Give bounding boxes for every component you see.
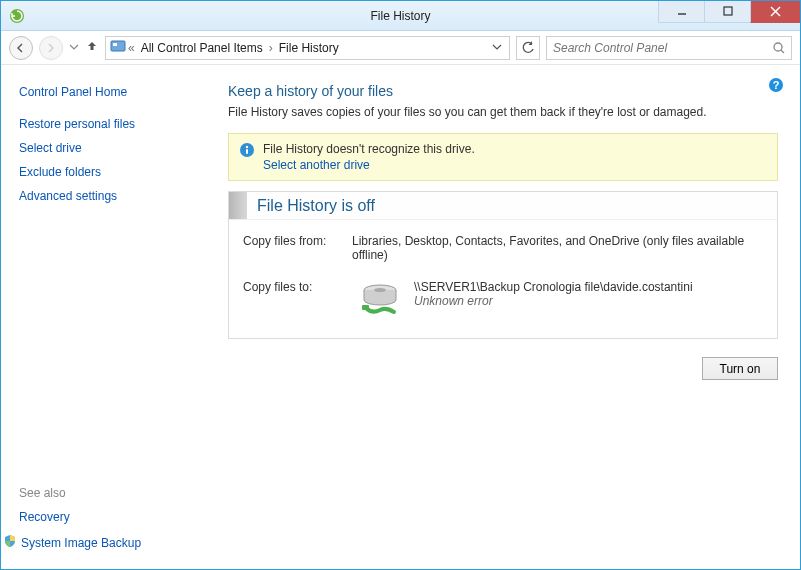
status-panel: File History is off Copy files from: Lib… (228, 191, 778, 339)
svg-point-15 (374, 288, 386, 292)
status-title: File History is off (247, 197, 375, 215)
copy-from-value: Libraries, Desktop, Contacts, Favorites,… (352, 234, 765, 262)
sidebar-system-image-backup[interactable]: System Image Backup (21, 536, 141, 550)
sidebar-advanced-settings[interactable]: Advanced settings (19, 189, 206, 203)
search-icon[interactable] (767, 41, 791, 55)
sidebar-restore-personal-files[interactable]: Restore personal files (19, 117, 206, 131)
close-button[interactable] (750, 1, 800, 23)
recent-locations-button[interactable] (69, 42, 79, 54)
title-bar: File History (1, 1, 800, 31)
minimize-button[interactable] (658, 1, 704, 23)
select-another-drive-link[interactable]: Select another drive (263, 158, 370, 172)
sidebar-heading[interactable]: Control Panel Home (19, 85, 206, 99)
copy-to-error: Unknown error (414, 294, 693, 308)
svg-rect-16 (362, 305, 369, 310)
app-icon (9, 8, 25, 24)
svg-rect-6 (113, 43, 117, 46)
sidebar: Control Panel Home Restore personal file… (1, 65, 216, 569)
status-accent (229, 192, 247, 219)
breadcrumb-all-items[interactable]: All Control Panel Items (137, 41, 267, 55)
control-panel-icon (110, 38, 126, 57)
search-box[interactable] (546, 36, 792, 60)
copy-from-label: Copy files from: (243, 234, 334, 248)
copy-to-label: Copy files to: (243, 280, 338, 294)
svg-line-8 (781, 50, 784, 53)
back-button[interactable] (9, 36, 33, 60)
address-dropdown-icon[interactable] (489, 41, 505, 55)
search-input[interactable] (547, 37, 767, 59)
address-bar[interactable]: « All Control Panel Items › File History (105, 36, 510, 60)
navigation-bar: « All Control Panel Items › File History (1, 31, 800, 65)
info-bar: File History doesn't recognize this driv… (228, 133, 778, 181)
forward-button[interactable] (39, 36, 63, 60)
sidebar-recovery[interactable]: Recovery (19, 510, 206, 524)
main-panel: ? Keep a history of your files File Hist… (216, 65, 800, 569)
breadcrumb-file-history[interactable]: File History (275, 41, 343, 55)
copy-to-value: \\SERVER1\Backup Cronologia file\davide.… (414, 280, 693, 294)
shield-icon (3, 534, 17, 551)
page-heading: Keep a history of your files (228, 83, 778, 99)
breadcrumb-separator: › (269, 41, 273, 55)
up-button[interactable] (85, 39, 99, 56)
turn-on-button[interactable]: Turn on (702, 357, 778, 380)
info-icon (239, 142, 255, 158)
svg-rect-2 (724, 7, 732, 15)
page-subtitle: File History saves copies of your files … (228, 105, 778, 119)
breadcrumb-prefix: « (128, 41, 135, 55)
svg-point-7 (774, 43, 782, 51)
sidebar-exclude-folders[interactable]: Exclude folders (19, 165, 206, 179)
svg-rect-13 (246, 149, 248, 154)
help-icon[interactable]: ? (768, 77, 784, 93)
refresh-button[interactable] (516, 36, 540, 60)
svg-point-12 (246, 146, 248, 148)
sidebar-select-drive[interactable]: Select drive (19, 141, 206, 155)
info-message: File History doesn't recognize this driv… (263, 142, 475, 156)
svg-text:?: ? (773, 79, 780, 91)
maximize-button[interactable] (704, 1, 750, 23)
see-also-heading: See also (19, 486, 206, 500)
drive-icon (356, 280, 404, 320)
